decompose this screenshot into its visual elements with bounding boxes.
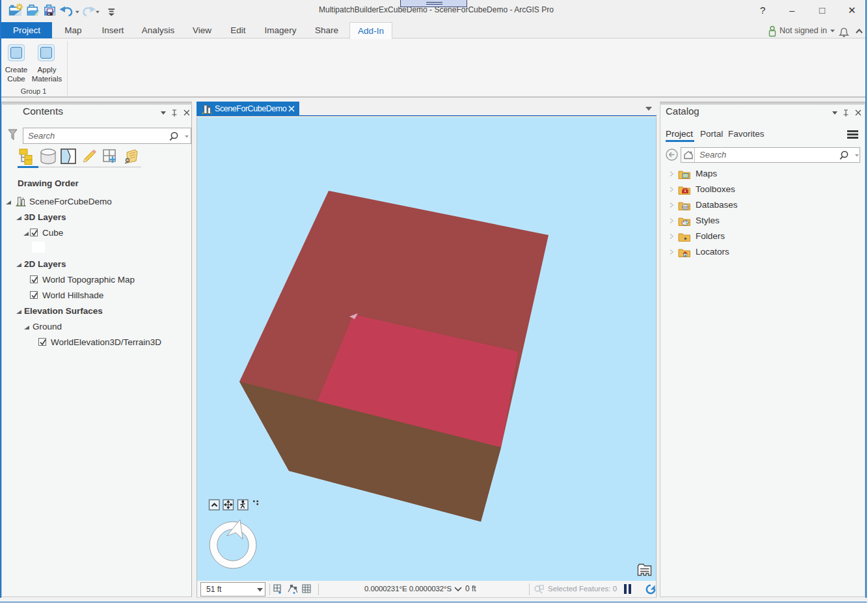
svg-text:Not signed in: Not signed in xyxy=(780,26,827,35)
